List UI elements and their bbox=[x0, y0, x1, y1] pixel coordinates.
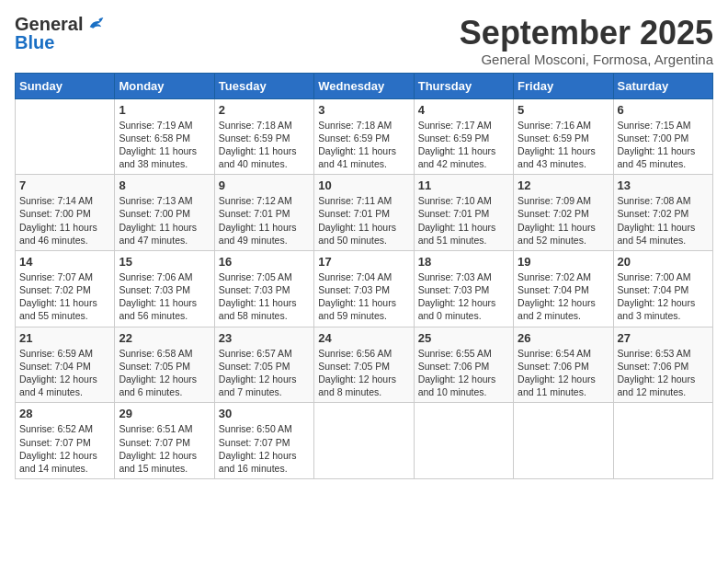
logo-blue: Blue bbox=[15, 33, 83, 52]
day-number: 2 bbox=[219, 103, 310, 117]
logo-bird-icon bbox=[86, 15, 107, 35]
calendar-cell: 27Sunrise: 6:53 AMSunset: 7:06 PMDayligh… bbox=[613, 327, 712, 403]
day-info: Sunrise: 7:14 AMSunset: 7:00 PMDaylight:… bbox=[19, 194, 110, 247]
calendar-cell: 28Sunrise: 6:52 AMSunset: 7:07 PMDayligh… bbox=[16, 403, 115, 479]
day-number: 25 bbox=[418, 331, 509, 345]
calendar-table: SundayMondayTuesdayWednesdayThursdayFrid… bbox=[15, 73, 713, 479]
day-number: 16 bbox=[219, 255, 310, 269]
logo-general: General bbox=[15, 15, 83, 33]
calendar-cell bbox=[414, 403, 513, 479]
day-number: 28 bbox=[19, 407, 110, 420]
day-number: 29 bbox=[119, 407, 210, 420]
calendar-cell: 30Sunrise: 6:50 AMSunset: 7:07 PMDayligh… bbox=[214, 403, 313, 479]
day-number: 20 bbox=[618, 255, 709, 269]
day-info: Sunrise: 7:08 AMSunset: 7:02 PMDaylight:… bbox=[618, 194, 709, 247]
month-title: September 2025 bbox=[460, 15, 713, 52]
day-number: 24 bbox=[318, 331, 409, 345]
day-number: 17 bbox=[318, 255, 409, 269]
calendar-cell: 26Sunrise: 6:54 AMSunset: 7:06 PMDayligh… bbox=[514, 327, 613, 403]
day-info: Sunrise: 7:09 AMSunset: 7:02 PMDaylight:… bbox=[518, 194, 609, 247]
calendar-week-row: 28Sunrise: 6:52 AMSunset: 7:07 PMDayligh… bbox=[16, 403, 713, 479]
calendar-cell: 8Sunrise: 7:13 AMSunset: 7:00 PMDaylight… bbox=[115, 175, 214, 251]
calendar-cell: 6Sunrise: 7:15 AMSunset: 7:00 PMDaylight… bbox=[613, 98, 712, 175]
calendar-cell: 9Sunrise: 7:12 AMSunset: 7:01 PMDaylight… bbox=[214, 175, 313, 251]
day-info: Sunrise: 6:55 AMSunset: 7:06 PMDaylight:… bbox=[418, 347, 509, 399]
day-number: 11 bbox=[418, 178, 509, 192]
title-area: September 2025 General Mosconi, Formosa,… bbox=[460, 15, 713, 67]
day-info: Sunrise: 6:59 AMSunset: 7:04 PMDaylight:… bbox=[19, 347, 110, 399]
calendar-cell: 23Sunrise: 6:57 AMSunset: 7:05 PMDayligh… bbox=[214, 327, 313, 403]
day-info: Sunrise: 7:12 AMSunset: 7:01 PMDaylight:… bbox=[219, 194, 310, 247]
day-of-week-friday: Friday bbox=[514, 73, 613, 98]
calendar-week-row: 14Sunrise: 7:07 AMSunset: 7:02 PMDayligh… bbox=[16, 250, 713, 327]
day-info: Sunrise: 7:11 AMSunset: 7:01 PMDaylight:… bbox=[318, 194, 409, 247]
day-info: Sunrise: 7:05 AMSunset: 7:03 PMDaylight:… bbox=[219, 270, 310, 323]
calendar-cell: 19Sunrise: 7:02 AMSunset: 7:04 PMDayligh… bbox=[514, 250, 613, 327]
day-number: 18 bbox=[418, 255, 509, 269]
day-number: 27 bbox=[618, 331, 709, 345]
day-info: Sunrise: 6:54 AMSunset: 7:06 PMDaylight:… bbox=[518, 347, 609, 399]
day-info: Sunrise: 7:07 AMSunset: 7:02 PMDaylight:… bbox=[19, 270, 110, 323]
day-info: Sunrise: 6:50 AMSunset: 7:07 PMDaylight:… bbox=[219, 422, 310, 475]
day-number: 21 bbox=[19, 331, 110, 345]
day-info: Sunrise: 7:15 AMSunset: 7:00 PMDaylight:… bbox=[618, 119, 709, 171]
calendar-cell: 1Sunrise: 7:19 AMSunset: 6:58 PMDaylight… bbox=[115, 98, 214, 175]
calendar-header-row: SundayMondayTuesdayWednesdayThursdayFrid… bbox=[16, 73, 713, 98]
day-number: 15 bbox=[119, 255, 210, 269]
calendar-cell bbox=[514, 403, 613, 479]
day-info: Sunrise: 6:56 AMSunset: 7:05 PMDaylight:… bbox=[318, 347, 409, 399]
day-number: 13 bbox=[618, 178, 709, 192]
calendar-cell: 4Sunrise: 7:17 AMSunset: 6:59 PMDaylight… bbox=[414, 98, 513, 175]
calendar-cell bbox=[613, 403, 712, 479]
day-number: 23 bbox=[219, 331, 310, 345]
day-of-week-thursday: Thursday bbox=[414, 73, 513, 98]
calendar-cell: 14Sunrise: 7:07 AMSunset: 7:02 PMDayligh… bbox=[16, 250, 115, 327]
subtitle: General Mosconi, Formosa, Argentina bbox=[460, 52, 713, 67]
calendar-cell: 29Sunrise: 6:51 AMSunset: 7:07 PMDayligh… bbox=[115, 403, 214, 479]
day-number: 9 bbox=[219, 178, 310, 192]
day-number: 8 bbox=[119, 178, 210, 192]
day-number: 4 bbox=[418, 103, 509, 117]
calendar-week-row: 21Sunrise: 6:59 AMSunset: 7:04 PMDayligh… bbox=[16, 327, 713, 403]
calendar-cell: 5Sunrise: 7:16 AMSunset: 6:59 PMDaylight… bbox=[514, 98, 613, 175]
day-number: 14 bbox=[19, 255, 110, 269]
day-number: 10 bbox=[318, 178, 409, 192]
day-info: Sunrise: 7:03 AMSunset: 7:03 PMDaylight:… bbox=[418, 270, 509, 323]
day-number: 22 bbox=[119, 331, 210, 345]
day-info: Sunrise: 7:04 AMSunset: 7:03 PMDaylight:… bbox=[318, 270, 409, 323]
calendar-cell: 21Sunrise: 6:59 AMSunset: 7:04 PMDayligh… bbox=[16, 327, 115, 403]
calendar-cell: 15Sunrise: 7:06 AMSunset: 7:03 PMDayligh… bbox=[115, 250, 214, 327]
day-number: 12 bbox=[518, 178, 609, 192]
day-info: Sunrise: 7:19 AMSunset: 6:58 PMDaylight:… bbox=[119, 119, 210, 171]
calendar-cell bbox=[16, 98, 115, 175]
day-info: Sunrise: 6:58 AMSunset: 7:05 PMDaylight:… bbox=[119, 347, 210, 399]
day-info: Sunrise: 7:13 AMSunset: 7:00 PMDaylight:… bbox=[119, 194, 210, 247]
day-of-week-monday: Monday bbox=[115, 73, 214, 98]
calendar-cell: 13Sunrise: 7:08 AMSunset: 7:02 PMDayligh… bbox=[613, 175, 712, 251]
day-of-week-saturday: Saturday bbox=[613, 73, 712, 98]
calendar-week-row: 1Sunrise: 7:19 AMSunset: 6:58 PMDaylight… bbox=[16, 98, 713, 175]
day-info: Sunrise: 7:16 AMSunset: 6:59 PMDaylight:… bbox=[518, 119, 609, 171]
day-number: 19 bbox=[518, 255, 609, 269]
calendar-cell: 10Sunrise: 7:11 AMSunset: 7:01 PMDayligh… bbox=[314, 175, 414, 251]
calendar-cell: 11Sunrise: 7:10 AMSunset: 7:01 PMDayligh… bbox=[414, 175, 513, 251]
day-number: 6 bbox=[618, 103, 709, 117]
day-number: 3 bbox=[318, 103, 409, 117]
logo: General Blue bbox=[15, 15, 107, 52]
day-of-week-sunday: Sunday bbox=[16, 73, 115, 98]
day-of-week-tuesday: Tuesday bbox=[214, 73, 313, 98]
calendar-cell: 25Sunrise: 6:55 AMSunset: 7:06 PMDayligh… bbox=[414, 327, 513, 403]
header: General Blue September 2025 General Mosc… bbox=[15, 15, 713, 67]
day-number: 1 bbox=[119, 103, 210, 117]
day-info: Sunrise: 6:52 AMSunset: 7:07 PMDaylight:… bbox=[19, 422, 110, 475]
day-number: 7 bbox=[19, 178, 110, 192]
calendar-cell bbox=[314, 403, 414, 479]
day-info: Sunrise: 7:02 AMSunset: 7:04 PMDaylight:… bbox=[518, 270, 609, 323]
day-info: Sunrise: 7:18 AMSunset: 6:59 PMDaylight:… bbox=[219, 119, 310, 171]
calendar-week-row: 7Sunrise: 7:14 AMSunset: 7:00 PMDaylight… bbox=[16, 175, 713, 251]
calendar-cell: 16Sunrise: 7:05 AMSunset: 7:03 PMDayligh… bbox=[214, 250, 313, 327]
day-of-week-wednesday: Wednesday bbox=[314, 73, 414, 98]
day-number: 30 bbox=[219, 407, 310, 420]
day-info: Sunrise: 7:18 AMSunset: 6:59 PMDaylight:… bbox=[318, 119, 409, 171]
day-number: 5 bbox=[518, 103, 609, 117]
